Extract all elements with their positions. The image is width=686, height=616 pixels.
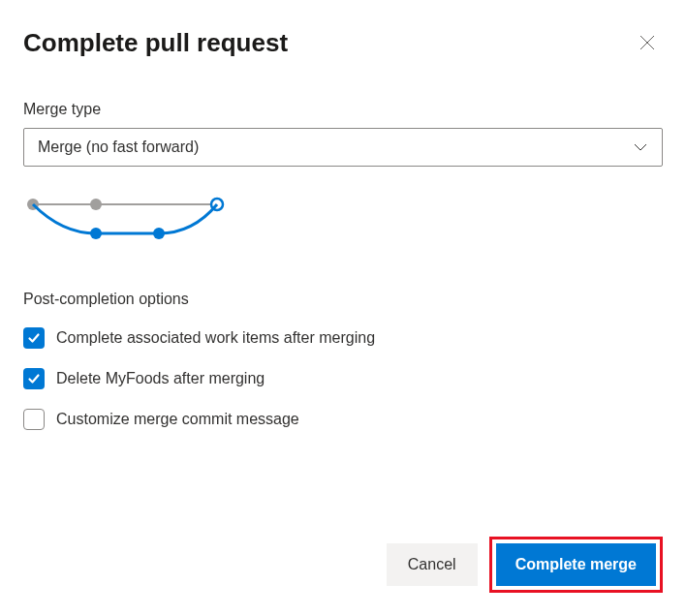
checkbox-customize-message[interactable]	[23, 409, 45, 430]
merge-type-select[interactable]: Merge (no fast forward)	[23, 128, 663, 167]
cancel-button[interactable]: Cancel	[387, 543, 478, 586]
check-icon	[27, 331, 41, 345]
option-label: Customize merge commit message	[56, 411, 299, 428]
chevron-down-icon	[633, 139, 648, 155]
post-completion-label: Post-completion options	[23, 291, 663, 308]
checkbox-complete-work-items[interactable]	[23, 327, 45, 349]
option-customize-message[interactable]: Customize merge commit message	[23, 409, 663, 430]
option-label: Delete MyFoods after merging	[56, 370, 265, 387]
option-delete-branch[interactable]: Delete MyFoods after merging	[23, 368, 663, 389]
merge-type-illustration	[23, 190, 663, 252]
option-label: Complete associated work items after mer…	[56, 329, 375, 347]
complete-merge-button[interactable]: Complete merge	[496, 543, 656, 586]
close-icon	[639, 35, 655, 50]
merge-type-selected-value: Merge (no fast forward)	[38, 139, 633, 156]
svg-point-7	[90, 228, 102, 239]
check-icon	[27, 372, 41, 385]
svg-point-8	[153, 228, 165, 239]
dialog-title: Complete pull request	[23, 28, 288, 58]
checkbox-delete-branch[interactable]	[23, 368, 45, 389]
option-complete-work-items[interactable]: Complete associated work items after mer…	[23, 327, 663, 349]
highlighted-action: Complete merge	[489, 537, 663, 593]
dialog-footer: Cancel Complete merge	[387, 537, 663, 593]
svg-point-4	[90, 199, 102, 210]
merge-type-label: Merge type	[23, 101, 663, 118]
close-button[interactable]	[632, 27, 663, 58]
